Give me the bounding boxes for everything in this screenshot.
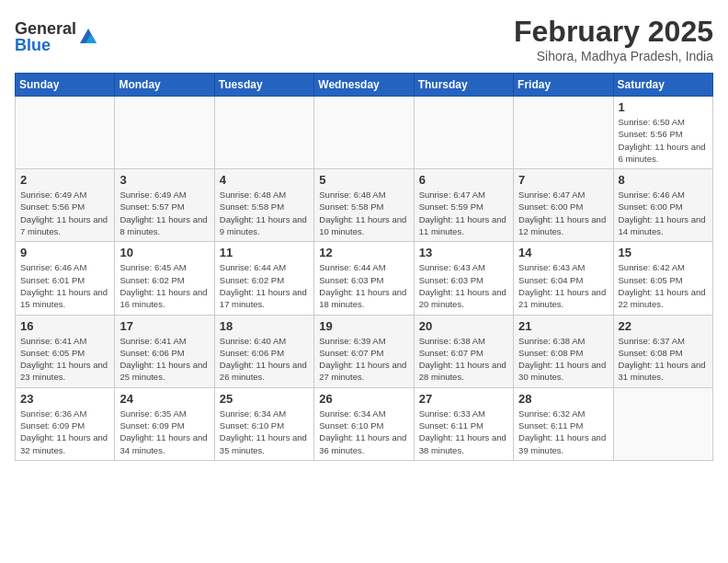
day-info: Sunrise: 6:33 AM Sunset: 6:11 PM Dayligh… <box>419 408 508 456</box>
weekday-header-row: SundayMondayTuesdayWednesdayThursdayFrid… <box>16 74 713 97</box>
calendar-cell: 26Sunrise: 6:34 AM Sunset: 6:10 PM Dayli… <box>314 387 414 460</box>
day-info: Sunrise: 6:41 AM Sunset: 6:05 PM Dayligh… <box>20 335 109 384</box>
day-info: Sunrise: 6:38 AM Sunset: 6:08 PM Dayligh… <box>518 335 608 384</box>
calendar-cell: 6Sunrise: 6:47 AM Sunset: 5:59 PM Daylig… <box>414 169 513 242</box>
day-info: Sunrise: 6:42 AM Sunset: 6:05 PM Dayligh… <box>619 261 708 310</box>
calendar-cell: 3Sunrise: 6:49 AM Sunset: 5:57 PM Daylig… <box>115 169 214 242</box>
day-info: Sunrise: 6:44 AM Sunset: 6:02 PM Dayligh… <box>220 261 309 310</box>
day-info: Sunrise: 6:38 AM Sunset: 6:07 PM Dayligh… <box>419 335 508 384</box>
day-info: Sunrise: 6:46 AM Sunset: 6:00 PM Dayligh… <box>619 189 708 237</box>
calendar-cell: 4Sunrise: 6:48 AM Sunset: 5:58 PM Daylig… <box>214 169 313 242</box>
day-number: 4 <box>220 173 309 187</box>
page-header: General Blue February 2025 Sihora, Madhy… <box>15 15 713 63</box>
day-info: Sunrise: 6:47 AM Sunset: 6:00 PM Dayligh… <box>518 189 608 237</box>
day-info: Sunrise: 6:41 AM Sunset: 6:06 PM Dayligh… <box>119 335 209 384</box>
title-section: February 2025 Sihora, Madhya Pradesh, In… <box>514 15 713 63</box>
calendar-week-row: 2Sunrise: 6:49 AM Sunset: 5:56 PM Daylig… <box>16 169 713 242</box>
weekday-header: Tuesday <box>214 74 313 97</box>
day-number: 20 <box>419 319 508 333</box>
calendar-cell: 2Sunrise: 6:49 AM Sunset: 5:56 PM Daylig… <box>16 169 115 242</box>
calendar-cell: 9Sunrise: 6:46 AM Sunset: 6:01 PM Daylig… <box>16 242 115 315</box>
calendar-cell: 24Sunrise: 6:35 AM Sunset: 6:09 PM Dayli… <box>115 387 214 460</box>
day-info: Sunrise: 6:49 AM Sunset: 5:57 PM Dayligh… <box>119 189 209 237</box>
calendar-cell <box>16 97 115 169</box>
day-number: 25 <box>220 392 309 406</box>
day-info: Sunrise: 6:37 AM Sunset: 6:08 PM Dayligh… <box>619 335 708 384</box>
weekday-header: Thursday <box>414 74 513 97</box>
weekday-header: Sunday <box>16 74 115 97</box>
calendar-week-row: 1Sunrise: 6:50 AM Sunset: 5:56 PM Daylig… <box>16 97 713 169</box>
day-number: 17 <box>119 319 209 333</box>
day-info: Sunrise: 6:40 AM Sunset: 6:06 PM Dayligh… <box>220 335 309 384</box>
calendar-week-row: 9Sunrise: 6:46 AM Sunset: 6:01 PM Daylig… <box>16 242 713 315</box>
calendar-cell: 25Sunrise: 6:34 AM Sunset: 6:10 PM Dayli… <box>214 387 313 460</box>
calendar-cell: 21Sunrise: 6:38 AM Sunset: 6:08 PM Dayli… <box>514 315 613 387</box>
day-number: 9 <box>20 246 109 259</box>
calendar-cell: 17Sunrise: 6:41 AM Sunset: 6:06 PM Dayli… <box>115 315 214 387</box>
calendar-cell: 22Sunrise: 6:37 AM Sunset: 6:08 PM Dayli… <box>613 315 712 387</box>
calendar-cell: 13Sunrise: 6:43 AM Sunset: 6:03 PM Dayli… <box>414 242 513 315</box>
day-number: 8 <box>619 173 708 187</box>
calendar-cell: 28Sunrise: 6:32 AM Sunset: 6:11 PM Dayli… <box>514 387 613 460</box>
day-number: 10 <box>119 246 209 259</box>
calendar-cell: 5Sunrise: 6:48 AM Sunset: 5:58 PM Daylig… <box>314 169 414 242</box>
calendar-cell: 1Sunrise: 6:50 AM Sunset: 5:56 PM Daylig… <box>613 97 712 169</box>
day-info: Sunrise: 6:43 AM Sunset: 6:03 PM Dayligh… <box>419 261 508 310</box>
day-number: 19 <box>319 319 408 333</box>
day-info: Sunrise: 6:47 AM Sunset: 5:59 PM Dayligh… <box>419 189 508 237</box>
day-number: 23 <box>20 392 109 406</box>
weekday-header: Monday <box>115 74 214 97</box>
day-info: Sunrise: 6:46 AM Sunset: 6:01 PM Dayligh… <box>20 261 109 310</box>
day-number: 12 <box>319 246 408 259</box>
day-number: 14 <box>518 246 608 259</box>
day-info: Sunrise: 6:36 AM Sunset: 6:09 PM Dayligh… <box>20 408 109 456</box>
day-number: 1 <box>619 100 708 114</box>
day-number: 13 <box>419 246 508 259</box>
day-number: 16 <box>20 319 109 333</box>
day-info: Sunrise: 6:50 AM Sunset: 5:56 PM Dayligh… <box>619 116 708 165</box>
day-number: 2 <box>20 173 109 187</box>
day-info: Sunrise: 6:39 AM Sunset: 6:07 PM Dayligh… <box>319 335 408 384</box>
day-info: Sunrise: 6:35 AM Sunset: 6:09 PM Dayligh… <box>119 408 209 456</box>
logo-general-text: General <box>15 20 76 37</box>
day-info: Sunrise: 6:43 AM Sunset: 6:04 PM Dayligh… <box>518 261 608 310</box>
day-number: 3 <box>119 173 209 187</box>
weekday-header: Saturday <box>613 74 712 97</box>
calendar-cell <box>314 97 414 169</box>
calendar-cell <box>514 97 613 169</box>
day-info: Sunrise: 6:49 AM Sunset: 5:56 PM Dayligh… <box>20 189 109 237</box>
day-number: 18 <box>220 319 309 333</box>
calendar-cell <box>214 97 313 169</box>
day-info: Sunrise: 6:44 AM Sunset: 6:03 PM Dayligh… <box>319 261 408 310</box>
calendar-cell: 18Sunrise: 6:40 AM Sunset: 6:06 PM Dayli… <box>214 315 313 387</box>
day-number: 7 <box>518 173 608 187</box>
day-number: 28 <box>518 392 608 406</box>
day-number: 22 <box>619 319 708 333</box>
calendar-cell: 23Sunrise: 6:36 AM Sunset: 6:09 PM Dayli… <box>16 387 115 460</box>
calendar-cell: 20Sunrise: 6:38 AM Sunset: 6:07 PM Dayli… <box>414 315 513 387</box>
location-text: Sihora, Madhya Pradesh, India <box>514 49 713 63</box>
weekday-header: Wednesday <box>314 74 414 97</box>
calendar-week-row: 23Sunrise: 6:36 AM Sunset: 6:09 PM Dayli… <box>16 387 713 460</box>
calendar-cell: 12Sunrise: 6:44 AM Sunset: 6:03 PM Dayli… <box>314 242 414 315</box>
calendar-cell <box>115 97 214 169</box>
day-number: 6 <box>419 173 508 187</box>
day-info: Sunrise: 6:48 AM Sunset: 5:58 PM Dayligh… <box>220 189 309 237</box>
day-info: Sunrise: 6:48 AM Sunset: 5:58 PM Dayligh… <box>319 189 408 237</box>
calendar-cell: 27Sunrise: 6:33 AM Sunset: 6:11 PM Dayli… <box>414 387 513 460</box>
calendar-cell: 19Sunrise: 6:39 AM Sunset: 6:07 PM Dayli… <box>314 315 414 387</box>
day-number: 21 <box>518 319 608 333</box>
day-info: Sunrise: 6:34 AM Sunset: 6:10 PM Dayligh… <box>319 408 408 456</box>
day-info: Sunrise: 6:34 AM Sunset: 6:10 PM Dayligh… <box>220 408 309 456</box>
calendar-week-row: 16Sunrise: 6:41 AM Sunset: 6:05 PM Dayli… <box>16 315 713 387</box>
calendar-cell: 15Sunrise: 6:42 AM Sunset: 6:05 PM Dayli… <box>613 242 712 315</box>
day-number: 24 <box>119 392 209 406</box>
calendar-cell: 10Sunrise: 6:45 AM Sunset: 6:02 PM Dayli… <box>115 242 214 315</box>
weekday-header: Friday <box>514 74 613 97</box>
calendar-cell: 7Sunrise: 6:47 AM Sunset: 6:00 PM Daylig… <box>514 169 613 242</box>
calendar-cell: 11Sunrise: 6:44 AM Sunset: 6:02 PM Dayli… <box>214 242 313 315</box>
calendar-cell: 16Sunrise: 6:41 AM Sunset: 6:05 PM Dayli… <box>16 315 115 387</box>
day-info: Sunrise: 6:45 AM Sunset: 6:02 PM Dayligh… <box>119 261 209 310</box>
calendar-cell <box>613 387 712 460</box>
day-number: 26 <box>319 392 408 406</box>
